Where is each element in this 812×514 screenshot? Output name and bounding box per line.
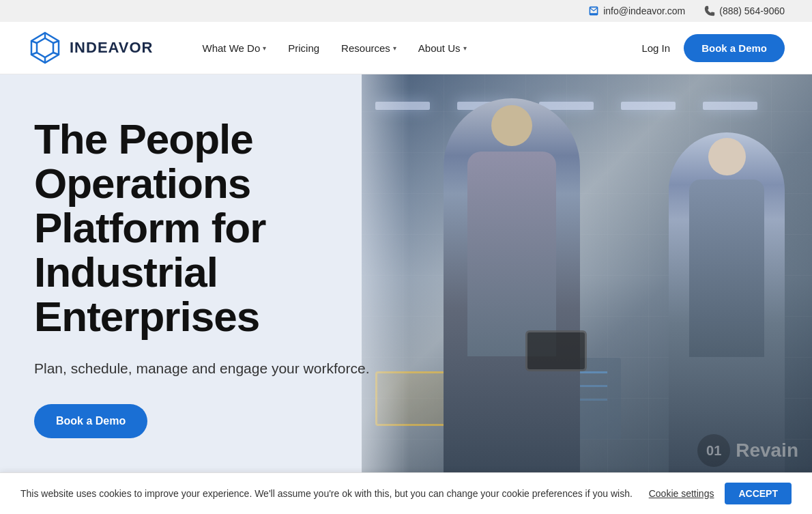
hero-section: 01 Revain The People Operations Platform… xyxy=(0,74,812,481)
email-icon xyxy=(588,5,599,16)
login-link[interactable]: Log In xyxy=(641,42,670,54)
phone-link[interactable]: (888) 564-9060 xyxy=(704,5,785,16)
cookie-bar: This website uses cookies to improve you… xyxy=(0,472,812,481)
hero-content: The People Operations Platform for Indus… xyxy=(0,74,409,481)
phone-icon xyxy=(704,5,715,16)
email-text: info@indeavor.com xyxy=(603,5,685,16)
nav-pricing[interactable]: Pricing xyxy=(280,37,328,59)
hero-title: The People Operations Platform for Indus… xyxy=(34,117,375,339)
nav-what-we-do[interactable]: What We Do ▾ xyxy=(194,37,275,59)
hero-subtitle: Plan, schedule, manage and engage your w… xyxy=(34,358,375,380)
book-demo-button-hero[interactable]: Book a Demo xyxy=(34,404,147,438)
book-demo-button-header[interactable]: Book a Demo xyxy=(684,34,785,62)
main-nav: What We Do ▾ Pricing Resources ▾ About U… xyxy=(194,37,642,59)
logo-link[interactable]: INDEAVOR xyxy=(27,30,154,66)
chevron-down-icon-about: ▾ xyxy=(463,44,467,52)
logo-icon xyxy=(27,30,63,66)
revain-watermark: 01 Revain xyxy=(697,434,798,467)
svg-marker-1 xyxy=(37,38,53,57)
top-bar: info@indeavor.com (888) 564-9060 xyxy=(0,0,812,22)
revain-text: Revain xyxy=(736,440,798,461)
nav-about-us[interactable]: About Us ▾ xyxy=(410,37,475,59)
revain-circle: 01 xyxy=(697,434,730,467)
hero-background-image: 01 Revain xyxy=(362,74,812,481)
nav-resources[interactable]: Resources ▾ xyxy=(333,37,405,59)
chevron-down-icon-resources: ▾ xyxy=(393,44,396,52)
header: INDEAVOR What We Do ▾ Pricing Resources … xyxy=(0,22,812,74)
chevron-down-icon: ▾ xyxy=(263,44,266,52)
phone-text: (888) 564-9060 xyxy=(719,5,785,16)
email-link[interactable]: info@indeavor.com xyxy=(588,5,685,16)
header-actions: Log In Book a Demo xyxy=(641,34,785,62)
logo-text: INDEAVOR xyxy=(70,39,154,57)
